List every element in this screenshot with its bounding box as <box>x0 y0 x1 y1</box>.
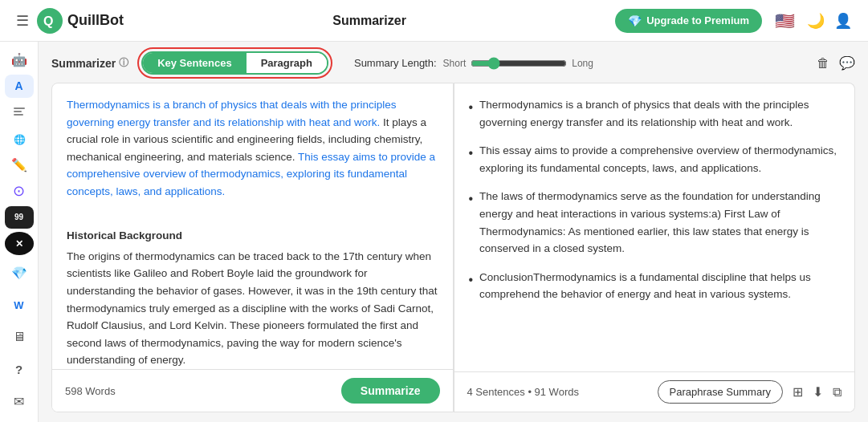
svg-text:🌐: 🌐 <box>14 133 26 145</box>
sidebar-item-translate[interactable]: 🌐 <box>5 127 34 150</box>
sidebar-item-summarize[interactable] <box>5 101 34 124</box>
tab-group: Key Sentences Paragraph <box>141 51 328 75</box>
topnav-right: 💎 Upgrade to Premium 🇺🇸 🌙 👤 <box>615 8 852 34</box>
diamond-icon: 💎 <box>628 14 642 27</box>
grid-view-icon[interactable]: ⊞ <box>793 384 803 400</box>
summarizer-header: Summarizer ⓘ Key Sentences Paragraph Sum… <box>51 51 855 75</box>
sidebar-item-circle[interactable]: ⊙ <box>5 180 34 203</box>
slider-long-label: Long <box>572 58 593 69</box>
sidebar-bottom: 💎 W 🖥 ? ✉ <box>5 258 34 416</box>
dark-mode-icon[interactable]: 🌙 <box>807 12 825 30</box>
left-panel-footer: 598 Words Summarize <box>52 369 453 412</box>
highlighted-sentence-1: Thermodynamics is a branch of physics th… <box>67 99 396 128</box>
panels: Thermodynamics is a branch of physics th… <box>51 83 855 412</box>
left-panel-text: Thermodynamics is a branch of physics th… <box>52 83 453 369</box>
svg-rect-4 <box>14 114 23 116</box>
word-count: 598 Words <box>65 385 116 397</box>
footer-actions: Paraphrase Summary ⊞ ⬇ ⧉ <box>658 380 842 404</box>
comment-icon[interactable]: 💬 <box>839 55 855 71</box>
flag-icon[interactable]: 🇺🇸 <box>772 8 797 34</box>
sidebar-item-mail[interactable]: ✉ <box>5 387 34 416</box>
header-icons: 🗑 💬 <box>817 55 855 71</box>
bullet-dot-2: • <box>469 143 474 177</box>
right-panel: • Thermodynamics is a branch of physics … <box>454 83 856 412</box>
sidebar-item-bot[interactable]: 🤖 <box>5 48 34 71</box>
svg-text:Q: Q <box>43 14 53 28</box>
copy-icon[interactable]: ⧉ <box>833 385 842 400</box>
right-panel-footer: 4 Sentences • 91 Words Paraphrase Summar… <box>454 371 855 412</box>
summary-length-label: Summary Length: <box>354 57 437 69</box>
section-body: The origins of thermodynamics can be tra… <box>67 250 438 367</box>
sidebar-item-help[interactable]: ? <box>5 355 34 383</box>
sentences-count: 4 Sentences • 91 Words <box>467 386 579 398</box>
bullet-item-3: • The laws of thermodynamics serve as th… <box>469 188 841 257</box>
summarizer-title: Summarizer ⓘ <box>51 56 128 70</box>
trash-icon[interactable]: 🗑 <box>817 56 829 71</box>
sidebar-item-paraphrase[interactable]: A <box>5 75 34 98</box>
slider-wrapper: Short Long <box>443 57 593 70</box>
topnav-left: ☰ Q QuillBot <box>16 8 124 34</box>
content-area: Summarizer ⓘ Key Sentences Paragraph Sum… <box>39 42 868 422</box>
bullet-item-1: • Thermodynamics is a branch of physics … <box>469 96 841 131</box>
download-icon[interactable]: ⬇ <box>813 384 823 400</box>
sidebar-item-word[interactable]: W <box>5 290 34 319</box>
sidebar-item-screen[interactable]: 🖥 <box>5 323 34 351</box>
bullet-item-2: • This essay aims to provide a comprehen… <box>469 142 841 177</box>
svg-rect-2 <box>14 108 25 109</box>
translate-icon: 🌐 <box>12 132 26 146</box>
slider-short-label: Short <box>443 58 467 69</box>
summary-length-slider[interactable] <box>471 57 567 70</box>
svg-rect-3 <box>14 111 22 112</box>
summarize-icon <box>12 105 26 120</box>
left-panel: Thermodynamics is a branch of physics th… <box>51 83 454 412</box>
bullet-text-4: ConclusionThermodynamics is a fundamenta… <box>479 269 840 303</box>
sidebar-item-premium[interactable]: 💎 <box>5 258 34 287</box>
right-panel-content: • Thermodynamics is a branch of physics … <box>454 83 855 371</box>
summarize-button[interactable]: Summarize <box>341 378 440 404</box>
user-icon[interactable]: 👤 <box>834 12 852 30</box>
tab-key-sentences[interactable]: Key Sentences <box>143 53 247 73</box>
paraphrase-summary-button[interactable]: Paraphrase Summary <box>658 380 783 404</box>
bullet-dot-1: • <box>469 97 474 131</box>
main-layout: 🤖 A 🌐 ✏️ ⊙ 99 ✕ 💎 W 🖥 ? ✉ <box>0 42 868 422</box>
logo-wrapper: Q QuillBot <box>37 8 124 34</box>
logo-text: QuillBot <box>67 12 124 29</box>
bullet-item-4: • ConclusionThermodynamics is a fundamen… <box>469 269 841 303</box>
bullet-dot-4: • <box>469 270 474 303</box>
bullet-text-1: Thermodynamics is a branch of physics th… <box>479 96 840 131</box>
app-title: Summarizer <box>332 14 406 28</box>
summary-length: Summary Length: Short Long <box>354 57 593 70</box>
menu-icon[interactable]: ☰ <box>16 12 29 30</box>
upgrade-button[interactable]: 💎 Upgrade to Premium <box>615 9 762 33</box>
summarizer-title-text: Summarizer <box>51 57 116 70</box>
upgrade-label: Upgrade to Premium <box>646 14 749 26</box>
sidebar-item-badge[interactable]: 99 <box>5 206 34 229</box>
bullet-dot-3: • <box>469 189 474 257</box>
quillbot-logo-icon: Q <box>37 8 63 34</box>
bullet-text-3: The laws of thermodynamics serve as the … <box>479 188 840 257</box>
tab-paragraph[interactable]: Paragraph <box>247 53 327 73</box>
topnav: ☰ Q QuillBot Summarizer 💎 Upgrade to Pre… <box>0 0 868 42</box>
section-title: Historical Background <box>67 227 438 245</box>
info-icon[interactable]: ⓘ <box>119 56 128 70</box>
bullet-text-2: This essay aims to provide a comprehensi… <box>479 142 840 177</box>
topnav-center: Summarizer <box>124 14 615 28</box>
sidebar-item-grammar[interactable]: ✏️ <box>5 153 34 177</box>
sidebar-item-x[interactable]: ✕ <box>5 232 34 255</box>
sidebar: 🤖 A 🌐 ✏️ ⊙ 99 ✕ 💎 W 🖥 ? ✉ <box>0 42 39 422</box>
